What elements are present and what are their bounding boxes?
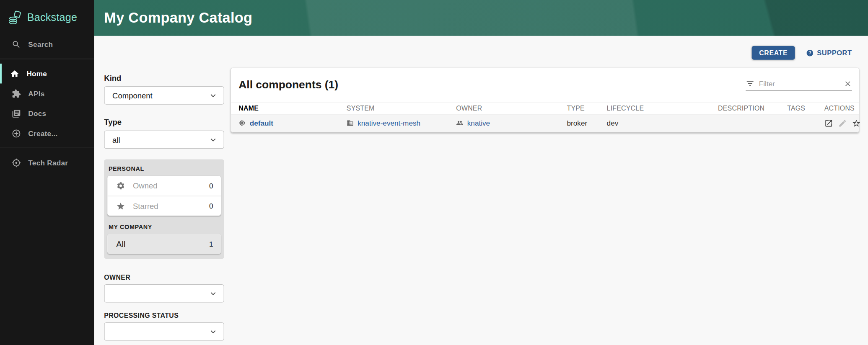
add-circle-icon: [12, 129, 21, 138]
column-header-description[interactable]: DESCRIPTION: [715, 104, 784, 112]
column-header-owner[interactable]: OWNER: [453, 104, 564, 112]
sidebar-item-docs[interactable]: Docs: [0, 103, 94, 124]
cell-name: default: [231, 119, 344, 127]
gear-icon: [116, 181, 125, 190]
sidebar-divider: [0, 59, 94, 59]
sidebar-item-label: APIs: [28, 89, 44, 98]
sidebar-item-label: Create...: [28, 129, 57, 137]
sidebar-item-tech-radar[interactable]: Tech Radar: [0, 153, 94, 173]
processing-status-label: PROCESSING STATUS: [104, 312, 224, 319]
filters-panel: Kind Component Type all PERSONAL: [104, 74, 224, 341]
content-area: CREATE SUPPORT Kind Component Type: [94, 36, 868, 345]
filter-list-icon: [746, 79, 754, 88]
owner-link[interactable]: knative: [467, 119, 490, 127]
picker-item-owned[interactable]: Owned 0: [107, 176, 221, 196]
open-in-new-icon[interactable]: [824, 119, 833, 128]
sidebar-item-create[interactable]: Create...: [0, 124, 94, 144]
sidebar-item-apis[interactable]: APIs: [0, 83, 94, 103]
owner-select[interactable]: [104, 284, 224, 303]
help-icon: [806, 49, 814, 57]
table-filter-input[interactable]: [759, 80, 844, 88]
picker-item-starred[interactable]: Starred 0: [107, 196, 221, 216]
star-icon: [116, 201, 125, 210]
search-icon: [12, 39, 21, 49]
type-label: Type: [104, 118, 224, 126]
chevron-down-icon: [208, 90, 218, 100]
kind-select[interactable]: Component: [104, 86, 224, 105]
edit-icon[interactable]: [838, 119, 847, 128]
support-label: SUPPORT: [817, 49, 852, 57]
entity-link[interactable]: default: [250, 119, 273, 127]
column-header-system[interactable]: SYSTEM: [344, 104, 453, 112]
cell-actions: [821, 119, 867, 128]
catalog-card: All components (1) NAME SYSTEM OWN: [231, 68, 859, 132]
kind-label: Kind: [104, 74, 224, 82]
star-border-icon[interactable]: [852, 119, 861, 128]
chevron-down-icon: [208, 288, 218, 299]
chevron-down-icon: [208, 327, 218, 337]
sidebar-item-label: Search: [28, 40, 53, 49]
support-button[interactable]: SUPPORT: [806, 49, 852, 57]
owner-label: OWNER: [104, 274, 224, 281]
table-row: default knative-event-mesh knative: [231, 114, 859, 132]
picker-item-all[interactable]: All 1: [107, 234, 221, 254]
type-select-value: all: [112, 135, 120, 144]
kind-select-value: Component: [112, 91, 153, 100]
sidebar-item-label: Tech Radar: [28, 158, 68, 167]
chevron-down-icon: [208, 135, 218, 145]
component-icon: [238, 120, 246, 127]
column-header-lifecycle[interactable]: LIFECYCLE: [604, 104, 715, 112]
column-header-type[interactable]: TYPE: [564, 104, 604, 112]
cell-lifecycle: dev: [604, 119, 715, 127]
personal-heading: PERSONAL: [107, 163, 221, 176]
backstage-logo-icon: [8, 10, 22, 25]
table-filter-field: [746, 79, 852, 91]
system-icon: [347, 120, 354, 127]
docs-icon: [12, 109, 21, 118]
main-area: My Company Catalog CREATE SUPPORT Kind C…: [94, 0, 868, 345]
sidebar-item-home[interactable]: Home: [0, 64, 94, 84]
picker-item-label: Starred: [133, 201, 209, 210]
target-icon: [12, 158, 21, 167]
company-heading: MY COMPANY: [107, 221, 221, 234]
processing-status-select[interactable]: [104, 322, 224, 341]
logo-text: Backstage: [27, 12, 78, 24]
picker-item-count: 0: [209, 202, 213, 210]
sidebar-item-label: Docs: [28, 109, 46, 118]
sidebar-item-search[interactable]: Search: [0, 34, 94, 54]
backstage-logo[interactable]: Backstage: [0, 0, 94, 26]
column-header-name[interactable]: NAME: [231, 104, 344, 112]
create-button[interactable]: CREATE: [752, 46, 795, 60]
entity-picker-panel: PERSONAL Owned 0: [104, 159, 224, 259]
cell-owner: knative: [453, 119, 564, 127]
sidebar: Backstage Search Home APIs Docs: [0, 0, 94, 345]
cell-system: knative-event-mesh: [344, 119, 453, 127]
system-link[interactable]: knative-event-mesh: [358, 119, 420, 127]
type-select[interactable]: all: [104, 131, 224, 149]
home-icon: [10, 69, 19, 78]
extension-icon: [12, 89, 21, 98]
picker-item-label: All: [116, 239, 209, 248]
group-icon: [456, 120, 463, 127]
content-toolbar: CREATE SUPPORT: [752, 46, 852, 60]
page-title: My Company Catalog: [94, 9, 253, 26]
table-title: All components (1): [238, 79, 338, 91]
page-header: My Company Catalog: [94, 0, 868, 36]
picker-item-label: Owned: [133, 181, 209, 190]
sidebar-divider: [0, 148, 94, 148]
picker-item-count: 0: [209, 182, 213, 190]
sidebar-item-label: Home: [26, 70, 47, 78]
personal-card: Owned 0 Starred 0: [107, 176, 221, 216]
company-card: All 1: [107, 234, 221, 254]
column-header-tags[interactable]: TAGS: [785, 104, 821, 112]
table-header-row: NAME SYSTEM OWNER TYPE LIFECYCLE DESCRIP…: [231, 102, 859, 114]
column-header-actions: ACTIONS: [821, 104, 859, 112]
app: Backstage Search Home APIs Docs: [0, 0, 868, 345]
picker-item-count: 1: [209, 240, 213, 248]
cell-type: broker: [564, 119, 604, 127]
clear-icon[interactable]: [844, 80, 852, 88]
